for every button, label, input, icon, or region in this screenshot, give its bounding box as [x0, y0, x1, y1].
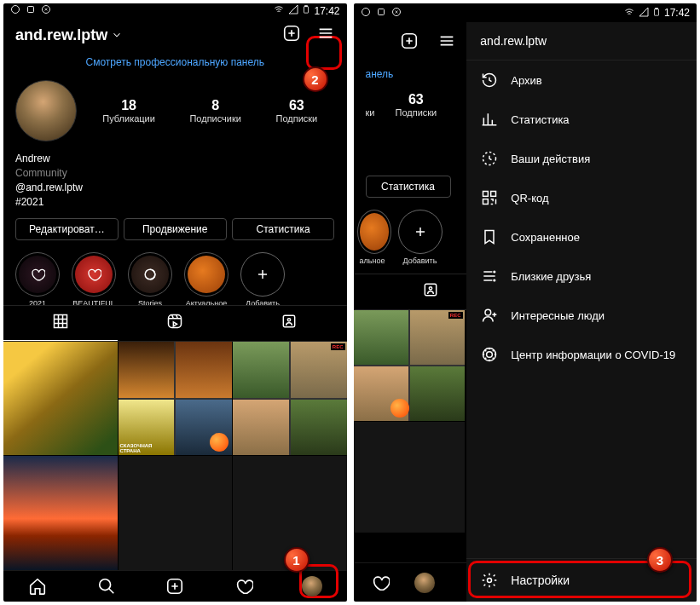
- reels-tab[interactable]: [118, 306, 232, 341]
- top-bar: and.rew.lptw: [3, 19, 347, 52]
- qr-icon: [480, 188, 499, 207]
- activity-icon: [480, 149, 499, 168]
- bar-chart-icon: [480, 110, 499, 129]
- stats-button[interactable]: Статистика: [232, 218, 335, 240]
- status-time: 17:42: [664, 7, 690, 19]
- profile-avatar[interactable]: [15, 80, 77, 141]
- hamburger-menu-icon[interactable]: [316, 24, 335, 46]
- menu-item-bookmark[interactable]: Сохраненное: [466, 217, 697, 256]
- shazam-icon: [41, 4, 51, 17]
- nav-add[interactable]: [164, 575, 186, 597]
- post-thumbnail[interactable]: REC: [354, 310, 465, 421]
- highlights-row: 2021 BEAUTIFUL Stories Актуальное Добави…: [3, 249, 347, 305]
- svg-point-20: [429, 287, 431, 290]
- menu-item-people-suggest[interactable]: Интересные люди: [466, 296, 697, 335]
- svg-rect-16: [654, 9, 658, 15]
- nav-home[interactable]: [26, 575, 49, 597]
- highlight-item[interactable]: 2021: [14, 252, 61, 297]
- status-time: 17:42: [314, 5, 339, 17]
- highlight-item[interactable]: Stories: [126, 252, 174, 297]
- add-post-icon[interactable]: [282, 24, 301, 46]
- stat-followers[interactable]: 8 Подписчики: [189, 98, 241, 124]
- tagged-tab[interactable]: [396, 274, 465, 309]
- promote-button[interactable]: Продвижение: [124, 218, 227, 240]
- chevron-down-icon: [111, 29, 123, 41]
- menu-item-activity[interactable]: Ваши действия: [466, 139, 697, 178]
- bottom-nav: [3, 570, 347, 602]
- post-thumbnail[interactable]: [3, 456, 118, 570]
- menu-item-label: Близкие друзья: [511, 270, 591, 283]
- menu-item-close-friends[interactable]: Близкие друзья: [466, 256, 697, 296]
- edit-profile-button[interactable]: Редактироват…: [15, 218, 119, 240]
- status-bar: 17:42: [3, 3, 347, 19]
- profile-tabs: [3, 305, 347, 342]
- step-badge-2: 2: [311, 72, 318, 87]
- hamburger-menu-icon[interactable]: [437, 32, 456, 54]
- highlight-item[interactable]: BEAUTIFUL: [70, 252, 118, 297]
- svg-point-28: [483, 349, 496, 361]
- menu-item-qr[interactable]: QR-код: [466, 178, 697, 217]
- svg-point-25: [494, 271, 495, 273]
- menu-item-covid-info[interactable]: Центр информации о COVID-19: [466, 335, 697, 374]
- svg-rect-3: [304, 7, 309, 14]
- username-dropdown[interactable]: and.rew.lptw: [15, 26, 123, 44]
- stat-following[interactable]: 63 Подписки: [275, 98, 317, 124]
- battery-icon: [652, 6, 661, 20]
- svg-point-13: [362, 8, 369, 15]
- profile-actions: Редактироват… Продвижение Статистика: [3, 218, 347, 249]
- menu-item-label: Интересные люди: [511, 309, 605, 322]
- history-icon: [480, 71, 499, 89]
- stat-followers-partial[interactable]: ки: [366, 92, 375, 118]
- menu-item-label: Центр информации о COVID-19: [511, 349, 675, 361]
- shazam-icon: [391, 7, 402, 20]
- opera-icon: [361, 7, 371, 20]
- stat-posts[interactable]: 18 Публикации: [102, 98, 155, 124]
- step-badge-1: 1: [292, 553, 299, 568]
- grid-tab[interactable]: [3, 306, 118, 341]
- svg-point-10: [288, 318, 291, 320]
- post-thumbnail[interactable]: [3, 342, 118, 456]
- menu-item-label: Ваши действия: [511, 153, 590, 165]
- reels-tab-partial[interactable]: [354, 274, 396, 309]
- opera-icon: [10, 4, 20, 17]
- nav-profile[interactable]: [414, 572, 436, 594]
- stats-button[interactable]: Статистика: [366, 176, 451, 198]
- square-icon: [376, 7, 386, 20]
- svg-point-29: [487, 352, 493, 358]
- step-badge-3: 3: [657, 553, 663, 568]
- profile-bio: Andrew Community @and.rew.lptw #2021: [3, 148, 347, 217]
- highlight-item[interactable]: Актуальное: [182, 252, 230, 297]
- nav-search[interactable]: [95, 575, 118, 597]
- menu-item-bar-chart[interactable]: Статистика: [466, 100, 697, 139]
- highlight-add[interactable]: Добавить: [239, 252, 286, 297]
- menu-item-label: Сохраненное: [511, 231, 580, 244]
- post-thumbnail[interactable]: СКАЗОЧНАЯ СТРАНА: [119, 342, 233, 456]
- post-thumbnail[interactable]: REC: [233, 342, 347, 456]
- post-thumbnail[interactable]: [354, 422, 465, 533]
- nav-activity[interactable]: [369, 572, 391, 594]
- tagged-tab[interactable]: [232, 306, 346, 341]
- side-menu: and.rew.lptw АрхивСтатистикаВаши действи…: [466, 22, 697, 602]
- add-post-icon[interactable]: [400, 32, 419, 54]
- pro-panel-link[interactable]: Смотреть профессиональную панель: [3, 51, 347, 77]
- menu-settings-label: Настройки: [511, 573, 570, 587]
- menu-screen: 17:42 анель ки 63 Подписки Статистика: [354, 3, 697, 602]
- people-suggest-icon: [480, 306, 499, 325]
- svg-point-26: [494, 279, 495, 281]
- plus-icon: [412, 223, 429, 240]
- wifi-icon: [273, 4, 285, 17]
- svg-rect-4: [305, 6, 308, 7]
- svg-rect-14: [378, 9, 384, 14]
- profile-stats-row: 18 Публикации 8 Подписчики 63 Подписки: [3, 77, 347, 148]
- signal-icon: [288, 4, 298, 17]
- nav-profile[interactable]: [301, 575, 323, 597]
- stat-following[interactable]: 63 Подписки: [395, 92, 437, 118]
- highlight-add[interactable]: Добавить: [396, 210, 444, 265]
- highlight-item[interactable]: альное: [357, 210, 388, 265]
- svg-rect-22: [483, 192, 489, 197]
- signal-icon: [639, 7, 649, 20]
- menu-item-history[interactable]: Архив: [466, 60, 697, 100]
- nav-activity[interactable]: [233, 575, 255, 597]
- post-thumbnail[interactable]: [119, 456, 233, 570]
- square-icon: [26, 4, 36, 17]
